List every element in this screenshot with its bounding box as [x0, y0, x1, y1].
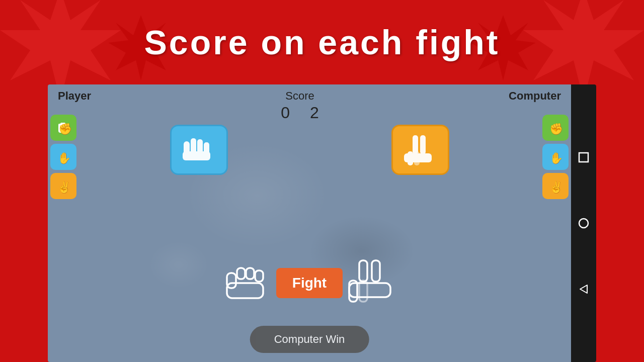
- svg-text:✌️: ✌️: [57, 180, 71, 194]
- android-circle-btn[interactable]: [577, 216, 591, 230]
- svg-rect-29: [359, 260, 367, 282]
- computer-label: Computer: [509, 89, 561, 103]
- svg-rect-25: [237, 268, 245, 279]
- title-area: Score on each fight: [0, 0, 644, 84]
- android-nav-bar: [571, 84, 596, 362]
- computer-win-button[interactable]: Computer Win: [250, 326, 369, 353]
- player-scissors-icon[interactable]: ✌️: [50, 173, 76, 199]
- game-screen: Player Score 0 2 Computer ✊: [48, 84, 571, 362]
- score-values: 0 2: [281, 104, 319, 122]
- svg-rect-28: [227, 283, 263, 298]
- game-header: Player Score 0 2 Computer: [48, 84, 571, 122]
- svg-rect-30: [372, 260, 380, 282]
- computer-selected-move: [391, 125, 449, 175]
- svg-rect-26: [246, 268, 254, 279]
- scissors-outline-icon: [343, 254, 400, 312]
- score-title: Score: [281, 89, 319, 103]
- android-square-btn[interactable]: [577, 150, 591, 164]
- svg-marker-36: [580, 285, 587, 293]
- selected-moves: [48, 125, 571, 175]
- svg-rect-33: [349, 283, 390, 297]
- player-label: Player: [58, 89, 91, 103]
- device-frame: Player Score 0 2 Computer ✊: [48, 84, 596, 362]
- score-area: Score 0 2: [281, 89, 319, 122]
- svg-rect-34: [579, 153, 588, 162]
- svg-rect-23: [404, 153, 432, 162]
- fight-button[interactable]: Fight: [276, 268, 343, 298]
- svg-rect-18: [183, 151, 210, 160]
- svg-rect-20: [420, 135, 426, 154]
- svg-text:✌️: ✌️: [549, 180, 564, 194]
- android-back-btn[interactable]: [577, 282, 591, 296]
- rock-outline-icon: [218, 254, 276, 312]
- svg-point-35: [579, 219, 588, 228]
- computer-scissors-icon[interactable]: ✌️: [542, 173, 569, 199]
- page-title: Score on each fight: [144, 23, 500, 62]
- computer-score: 2: [310, 104, 319, 122]
- player-score: 0: [281, 104, 290, 122]
- svg-rect-27: [255, 270, 263, 282]
- battle-area: Fight: [48, 254, 571, 312]
- player-selected-move: [170, 125, 228, 175]
